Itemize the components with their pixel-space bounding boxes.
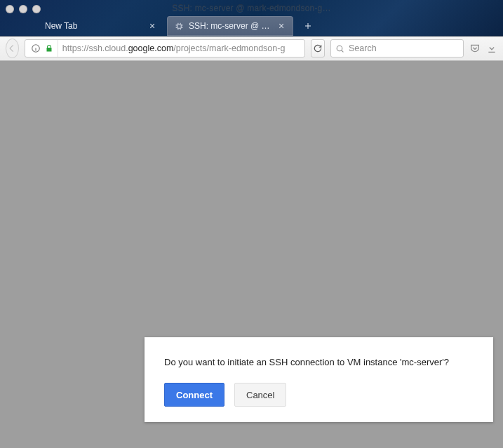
- downloads-button[interactable]: [486, 40, 497, 57]
- url-path: /projects/mark-edmondson-g: [173, 43, 285, 53]
- back-button[interactable]: [6, 39, 19, 58]
- tab-label: New Tab: [45, 21, 143, 31]
- cancel-button[interactable]: Cancel: [234, 383, 286, 407]
- window-title: SSH: mc-server @ mark-edmondson-g…: [172, 3, 330, 13]
- lock-icon: [45, 44, 53, 53]
- address-bar[interactable]: https://ssh.cloud.google.com/projects/ma…: [25, 39, 305, 57]
- zoom-window-icon[interactable]: [32, 5, 41, 13]
- dialog-actions: Connect Cancel: [164, 383, 474, 407]
- page-content: Do you want to initiate an SSH connectio…: [0, 61, 503, 448]
- connect-button[interactable]: Connect: [164, 383, 224, 407]
- window-controls: [6, 5, 41, 13]
- reload-button[interactable]: [311, 39, 325, 57]
- info-icon: [31, 43, 41, 53]
- tab-ssh-mc-server[interactable]: SSH: mc-server @ mark-ed… ×: [167, 16, 293, 36]
- search-input[interactable]: [349, 43, 459, 53]
- close-tab-icon[interactable]: ×: [147, 21, 157, 31]
- tab-new-tab[interactable]: New Tab ×: [38, 16, 164, 36]
- url-scheme: https://: [62, 43, 89, 53]
- tab-label: SSH: mc-server @ mark-ed…: [189, 21, 272, 31]
- navigation-toolbar: https://ssh.cloud.google.com/projects/ma…: [0, 36, 503, 61]
- minimize-window-icon[interactable]: [19, 5, 27, 13]
- cpu-icon: [174, 21, 184, 31]
- ssh-connect-dialog: Do you want to initiate an SSH connectio…: [145, 337, 493, 422]
- tab-strip: New Tab × SSH: mc-server @ mark-ed… ×: [38, 15, 317, 36]
- search-bar[interactable]: [330, 39, 464, 57]
- pocket-button[interactable]: [469, 40, 481, 57]
- search-icon: [335, 44, 344, 53]
- close-window-icon[interactable]: [6, 5, 14, 13]
- url-domain: google.com: [128, 43, 174, 53]
- svg-point-2: [337, 46, 342, 51]
- url-text: https://ssh.cloud.google.com/projects/ma…: [58, 43, 286, 53]
- dialog-message: Do you want to initiate an SSH connectio…: [164, 357, 474, 367]
- titlebar: SSH: mc-server @ mark-edmondson-g… New T…: [0, 0, 503, 36]
- close-tab-icon[interactable]: ×: [276, 21, 286, 31]
- new-tab-button[interactable]: [299, 18, 317, 34]
- site-identity[interactable]: [28, 40, 58, 57]
- svg-rect-0: [177, 24, 180, 27]
- url-subdomain: ssh.cloud.: [88, 43, 128, 53]
